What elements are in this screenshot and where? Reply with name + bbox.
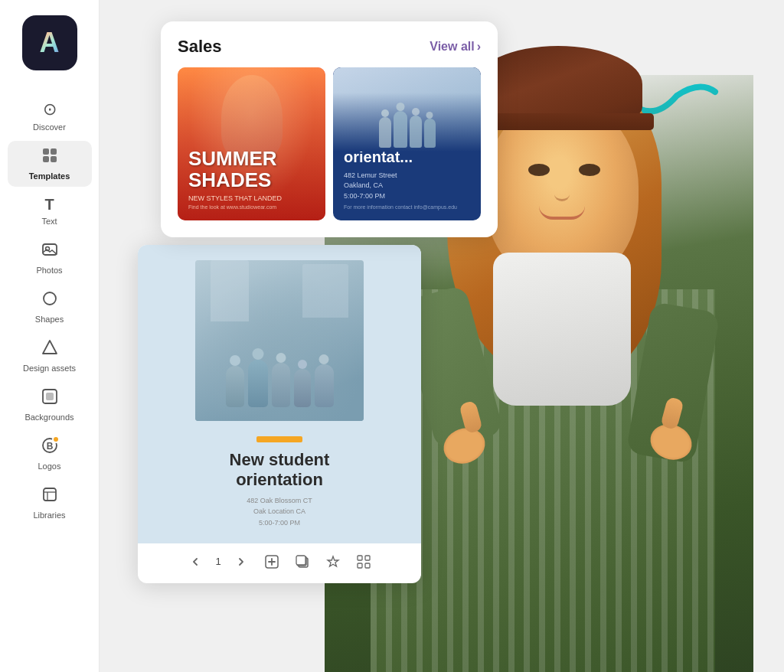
sales-template-2[interactable]: New student orientat... 482 Lemur Street… <box>333 67 481 220</box>
app-logo: A <box>22 15 77 70</box>
svg-rect-2 <box>43 156 49 162</box>
svg-rect-11 <box>44 488 56 501</box>
sidebar-item-shapes[interactable]: Shapes <box>8 284 92 330</box>
editor-card: New student orientation 482 Oak Blossom … <box>138 245 421 583</box>
sidebar-item-design-assets[interactable]: Design assets <box>8 333 92 379</box>
svg-rect-18 <box>358 556 362 560</box>
flyer-image <box>195 260 364 421</box>
editor-canvas: New student orientation 482 Oak Blossom … <box>138 245 421 543</box>
summer-subtext: NEW STYLES THAT LANDED <box>188 194 315 202</box>
backgrounds-icon <box>41 388 58 409</box>
sales-template-1[interactable]: SUMMER SHADES NEW STYLES THAT LANDED Fin… <box>178 67 325 220</box>
libraries-icon <box>41 486 58 507</box>
toolbar-next-btn[interactable] <box>230 551 252 573</box>
logo-letter: A <box>40 27 60 59</box>
sidebar-item-label: Text <box>41 217 57 226</box>
sidebar-item-templates[interactable]: Templates <box>8 141 92 187</box>
toolbar-duplicate-btn[interactable] <box>292 551 313 573</box>
discover-icon: ⊙ <box>43 99 57 119</box>
toolbar-star-btn[interactable] <box>322 551 344 573</box>
flyer-text-area: New student orientation 482 Oak Blossom … <box>230 436 330 528</box>
toolbar-page-number: 1 <box>215 556 220 567</box>
sidebar-item-label: Shapes <box>35 315 64 324</box>
toolbar-prev-btn[interactable] <box>185 551 206 573</box>
sidebar-item-label: Discover <box>33 122 66 132</box>
sidebar-item-libraries[interactable]: Libraries <box>8 480 92 526</box>
sidebar: A ⊙ Discover Templates T Text <box>0 0 100 672</box>
toolbar-add-page-btn[interactable] <box>261 551 283 573</box>
editor-toolbar: 1 <box>138 543 421 576</box>
photos-icon <box>41 241 58 263</box>
svg-rect-8 <box>46 393 54 400</box>
sidebar-item-label: Logos <box>38 462 61 471</box>
svg-rect-19 <box>365 556 370 560</box>
svg-rect-20 <box>358 563 362 568</box>
sales-images-grid: SUMMER SHADES NEW STYLES THAT LANDED Fin… <box>178 67 481 220</box>
logos-badge <box>52 435 60 443</box>
sidebar-item-label: Templates <box>29 171 70 181</box>
svg-text:B: B <box>46 441 53 452</box>
shapes-icon <box>41 290 58 312</box>
text-icon: T <box>44 196 54 214</box>
sidebar-item-label: Libraries <box>33 511 65 520</box>
orientation-details: 482 Lemur Street Oakland, CA 5:00-7:00 P… <box>344 171 470 202</box>
summer-link: Find the look at www.studiowear.com <box>188 204 315 210</box>
flyer-image-inner <box>195 260 364 421</box>
sales-title: Sales <box>178 37 222 57</box>
main-content: Sales View all › SUMMER SHADES NEW STYLE… <box>100 0 784 672</box>
sidebar-item-logos[interactable]: B Logos <box>8 431 92 477</box>
svg-rect-1 <box>51 148 57 155</box>
sidebar-item-backgrounds[interactable]: Backgrounds <box>8 382 92 428</box>
flyer-logo-bar <box>256 436 302 442</box>
sidebar-item-photos[interactable]: Photos <box>8 235 92 281</box>
toolbar-grid-btn[interactable] <box>353 551 374 573</box>
flyer-main-title: New student orientation <box>230 450 330 491</box>
sales-card-header: Sales View all › <box>178 37 481 57</box>
sidebar-item-text[interactable]: T Text <box>8 190 92 232</box>
svg-rect-0 <box>43 148 49 155</box>
svg-rect-3 <box>51 156 57 162</box>
svg-rect-17 <box>296 556 305 565</box>
sidebar-item-label: Design assets <box>23 364 76 373</box>
orientation-more-info: For more information contact info@campus… <box>344 204 470 210</box>
sidebar-item-label: Backgrounds <box>24 413 74 422</box>
design-assets-icon <box>41 339 58 360</box>
sidebar-item-discover[interactable]: ⊙ Discover <box>8 93 92 138</box>
templates-icon <box>41 147 58 168</box>
svg-point-6 <box>44 292 56 305</box>
sidebar-nav: ⊙ Discover Templates T Text <box>0 93 99 526</box>
sidebar-item-label: Photos <box>36 266 62 275</box>
sales-card: Sales View all › SUMMER SHADES NEW STYLE… <box>161 21 498 237</box>
view-all-link[interactable]: View all › <box>430 40 481 54</box>
logos-icon: B <box>41 437 58 458</box>
svg-rect-21 <box>365 563 370 568</box>
summer-headline: SUMMER SHADES <box>188 148 315 191</box>
flyer-sub-info: 482 Oak Blossom CT Oak Location CA 5:00-… <box>230 495 330 528</box>
